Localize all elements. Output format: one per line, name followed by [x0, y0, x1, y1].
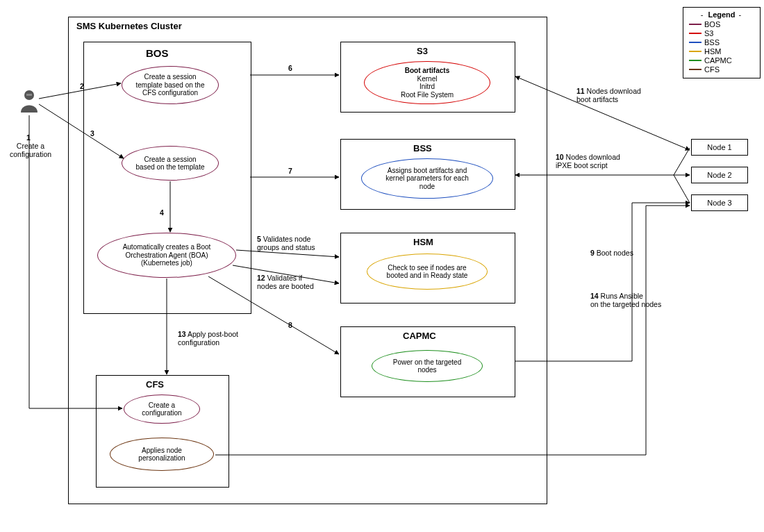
step-13: 13 Apply post-bootconfiguration	[178, 330, 238, 347]
node-1: Node 1	[691, 139, 748, 156]
step-10: 10 Nodes downloadiPXE boot script	[556, 153, 620, 169]
legend-item-capmc: CAPMC	[689, 56, 754, 65]
step-2: 2	[80, 82, 84, 90]
s3-heading: Boot artifacts	[405, 67, 449, 75]
hsm-text: Check to see if nodes are booted and in …	[387, 264, 468, 280]
step-6: 6	[288, 64, 292, 72]
bos-boa-ellipse: Automatically creates a Boot Orchestrati…	[97, 233, 236, 278]
bos-create-session-text: Create a session based on the template	[136, 156, 205, 172]
step-7: 7	[288, 167, 292, 175]
capmc-ellipse: Power on the targeted nodes	[372, 350, 483, 382]
legend-item-cfs: CFS	[689, 65, 754, 74]
hsm-ellipse: Check to see if nodes are booted and in …	[367, 253, 488, 290]
step-8: 8	[288, 321, 292, 329]
step-11: 11 Nodes downloadboot artifacts	[576, 87, 641, 103]
bos-session-template-ellipse: Create a session template based on the C…	[122, 66, 219, 104]
step-9: 9 Boot nodes	[590, 249, 633, 257]
s3-lines: Kernel Initrd Root File System	[401, 75, 454, 99]
cfs-personalization-ellipse: Applies node personalization	[110, 438, 214, 471]
step-14: 14 Runs Ansibleon the targeted nodes	[590, 292, 661, 308]
cfs-title: CFS	[146, 379, 164, 390]
bos-boa-text: Automatically creates a Boot Orchestrati…	[123, 243, 211, 267]
bos-title: BOS	[146, 47, 169, 59]
step-5: 5 Validates nodegroups and status	[257, 235, 315, 251]
legend-item-bss: BSS	[689, 38, 754, 47]
user-icon	[19, 89, 39, 115]
node-2: Node 2	[691, 167, 748, 183]
bos-session-template-text: Create a session template based on the C…	[136, 73, 205, 97]
capmc-text: Power on the targeted nodes	[393, 358, 461, 374]
bss-ellipse: Assigns boot artifacts and kernel parame…	[361, 158, 493, 199]
s3-title: S3	[417, 46, 428, 56]
svg-rect-1	[26, 94, 32, 96]
legend-box: - Legend - BOS S3 BSS HSM CAPMC CFS	[683, 7, 761, 78]
node-3: Node 3	[691, 194, 748, 211]
sms-cluster-label: SMS Kubernetes Cluster	[76, 21, 182, 31]
bss-text: Assigns boot artifacts and kernel parame…	[385, 167, 469, 191]
legend-title: - Legend -	[689, 10, 754, 19]
hsm-title: HSM	[413, 237, 433, 247]
cfs-personalization-text: Applies node personalization	[138, 447, 185, 463]
legend-item-bos: BOS	[689, 20, 754, 28]
s3-ellipse: Boot artifacts Kernel Initrd Root File S…	[364, 61, 490, 104]
legend-item-s3: S3	[689, 29, 754, 38]
legend-item-hsm: HSM	[689, 47, 754, 56]
bos-create-session-ellipse: Create a session based on the template	[122, 146, 219, 181]
step-4: 4	[160, 208, 164, 217]
cfs-create-config-text: Create a configuration	[142, 401, 181, 417]
step-12: 12 Validates ifnodes are booted	[257, 274, 314, 290]
step-1-text: Create a configuration	[10, 142, 51, 158]
bss-title: BSS	[413, 143, 432, 153]
step-3: 3	[90, 129, 94, 138]
capmc-title: CAPMC	[403, 331, 436, 341]
step-1-num: 1	[26, 133, 31, 142]
cfs-create-config-ellipse: Create a configuration	[124, 394, 200, 424]
